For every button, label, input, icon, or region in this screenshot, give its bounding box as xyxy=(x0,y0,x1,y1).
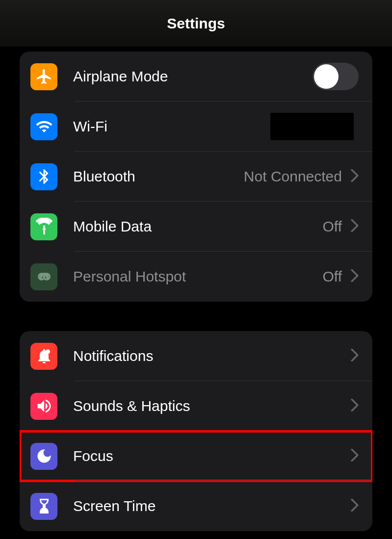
row-label: Sounds & Haptics xyxy=(73,398,351,414)
hotspot-icon xyxy=(30,263,57,290)
row-label: Bluetooth xyxy=(73,168,244,185)
row-sounds-haptics[interactable]: Sounds & Haptics xyxy=(20,381,372,431)
row-label: Personal Hotspot xyxy=(73,268,323,285)
airplane-icon xyxy=(30,63,57,90)
chevron-right-icon xyxy=(351,269,359,284)
row-airplane-mode[interactable]: Airplane Mode xyxy=(20,51,372,102)
row-value: Off xyxy=(323,268,342,285)
svg-point-3 xyxy=(46,350,50,354)
row-label: Notifications xyxy=(73,348,351,364)
row-label: Screen Time xyxy=(73,498,351,514)
bluetooth-icon xyxy=(30,163,57,190)
settings-section-notifications: Notifications Sounds & Haptics Focus xyxy=(20,331,372,531)
mobile-data-icon xyxy=(30,213,57,240)
notifications-icon xyxy=(30,343,57,370)
chevron-right-icon xyxy=(351,169,359,184)
row-bluetooth[interactable]: Bluetooth Not Connected xyxy=(20,152,372,202)
row-personal-hotspot[interactable]: Personal Hotspot Off xyxy=(20,252,372,302)
chevron-right-icon xyxy=(351,399,359,413)
page-title: Settings xyxy=(167,15,225,32)
wifi-icon xyxy=(30,113,57,140)
toggle-knob xyxy=(314,64,339,89)
row-wifi[interactable]: Wi-Fi xyxy=(20,102,372,152)
screen-time-icon xyxy=(30,493,57,520)
sounds-icon xyxy=(30,393,57,420)
chevron-right-icon xyxy=(351,349,359,363)
row-value: Not Connected xyxy=(244,168,342,185)
wifi-value-redacted xyxy=(270,113,354,140)
row-label: Mobile Data xyxy=(73,218,323,235)
row-notifications[interactable]: Notifications xyxy=(20,331,372,381)
row-label: Wi-Fi xyxy=(73,118,270,135)
row-screen-time[interactable]: Screen Time xyxy=(20,481,372,531)
row-mobile-data[interactable]: Mobile Data Off xyxy=(20,202,372,252)
chevron-right-icon xyxy=(351,219,359,234)
row-focus[interactable]: Focus xyxy=(20,431,372,481)
row-value: Off xyxy=(323,218,342,235)
chevron-right-icon xyxy=(351,499,359,513)
focus-icon xyxy=(30,443,57,470)
header: Settings xyxy=(0,0,392,47)
airplane-toggle[interactable] xyxy=(313,63,359,90)
row-label: Airplane Mode xyxy=(73,68,313,85)
row-label: Focus xyxy=(73,448,351,464)
chevron-right-icon xyxy=(351,449,359,463)
settings-section-connectivity: Airplane Mode Wi-Fi Bluetooth Not Connec… xyxy=(20,51,372,302)
